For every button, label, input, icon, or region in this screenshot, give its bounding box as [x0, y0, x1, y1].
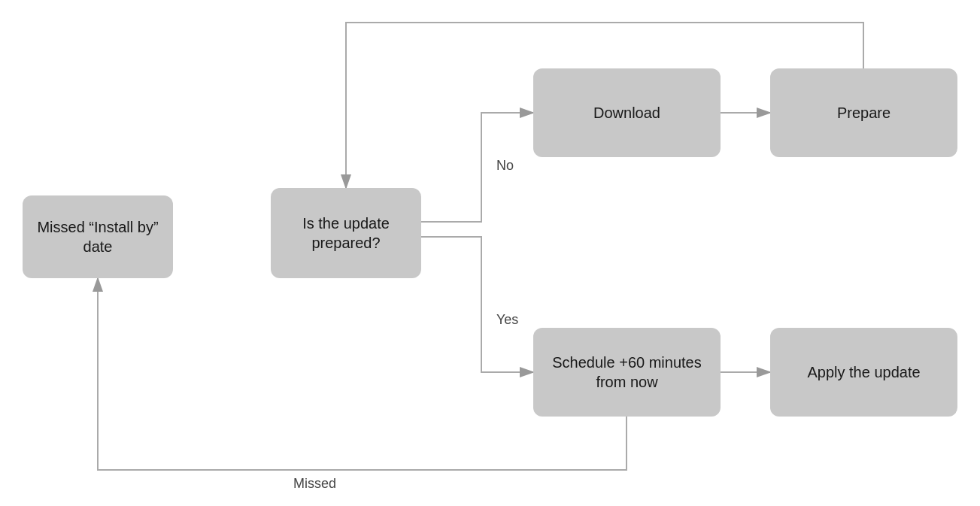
label-no: No: [496, 158, 514, 174]
node-is-prepared: Is the update prepared?: [271, 188, 421, 278]
label-missed: Missed: [293, 476, 336, 492]
node-missed-install: Missed “Install by” date: [23, 195, 173, 278]
diagram: Missed “Install by” date Is the update p…: [0, 0, 980, 506]
node-apply: Apply the update: [770, 328, 957, 417]
node-prepare: Prepare: [770, 68, 957, 157]
node-download: Download: [533, 68, 721, 157]
label-yes: Yes: [496, 312, 518, 328]
node-schedule: Schedule +60 minutes from now: [533, 328, 721, 417]
